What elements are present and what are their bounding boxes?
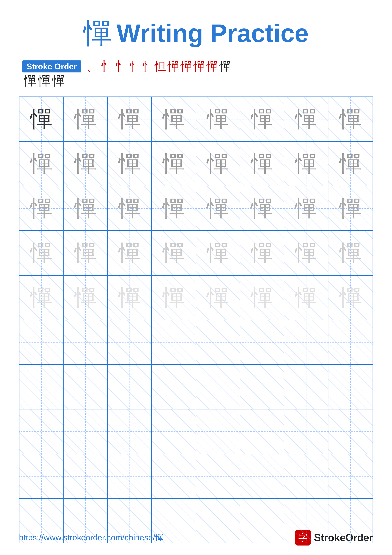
grid-cell-2-6[interactable]: 憚 <box>240 142 284 186</box>
grid-cell-5-6[interactable]: 憚 <box>240 276 284 320</box>
grid-cell-5-4[interactable]: 憚 <box>152 276 196 320</box>
grid-cell-4-2[interactable]: 憚 <box>64 231 108 275</box>
practice-char: 憚 <box>74 286 96 309</box>
practice-char: 憚 <box>163 242 185 264</box>
grid-cell-8-5[interactable] <box>196 409 240 453</box>
grid-cell-9-3[interactable] <box>108 454 152 498</box>
practice-char: 憚 <box>251 108 273 130</box>
grid-cell-4-3[interactable]: 憚 <box>108 231 152 275</box>
practice-char: 憚 <box>74 108 96 130</box>
grid-cell-9-5[interactable] <box>196 454 240 498</box>
grid-cell-6-4[interactable] <box>152 320 196 364</box>
grid-cell-6-1[interactable] <box>20 320 64 364</box>
grid-cell-1-6[interactable]: 憚 <box>240 97 284 141</box>
grid-cell-2-7[interactable]: 憚 <box>284 142 328 186</box>
grid-cell-5-7[interactable]: 憚 <box>284 276 328 320</box>
grid-cell-7-6[interactable] <box>240 365 284 409</box>
grid-cell-6-3[interactable] <box>108 320 152 364</box>
grid-cell-5-3[interactable]: 憚 <box>108 276 152 320</box>
grid-cell-5-2[interactable]: 憚 <box>64 276 108 320</box>
practice-char: 憚 <box>339 286 362 309</box>
grid-cell-6-2[interactable] <box>64 320 108 364</box>
grid-cell-8-6[interactable] <box>240 409 284 453</box>
grid-cell-9-1[interactable] <box>20 454 64 498</box>
grid-cell-10-8[interactable] <box>328 499 372 543</box>
grid-cell-4-7[interactable]: 憚 <box>284 231 328 275</box>
grid-cell-1-8[interactable]: 憚 <box>328 97 372 141</box>
grid-cell-2-1[interactable]: 憚 <box>20 142 64 186</box>
grid-cell-3-3[interactable]: 憚 <box>108 186 152 230</box>
grid-cell-10-6[interactable] <box>240 499 284 543</box>
grid-cell-9-2[interactable] <box>64 454 108 498</box>
stroke-9: 憚 <box>193 61 205 72</box>
grid-cell-1-5[interactable]: 憚 <box>196 97 240 141</box>
grid-cell-1-2[interactable]: 憚 <box>64 97 108 141</box>
grid-cell-4-4[interactable]: 憚 <box>152 231 196 275</box>
page: 憚 Writing Practice Stroke Order 、 忄 忄 忄 … <box>0 0 392 555</box>
grid-cell-5-1[interactable]: 憚 <box>20 276 64 320</box>
grid-cell-7-2[interactable] <box>64 365 108 409</box>
grid-cell-7-3[interactable] <box>108 365 152 409</box>
grid-cell-1-4[interactable]: 憚 <box>152 97 196 141</box>
grid-cell-10-7[interactable] <box>284 499 328 543</box>
grid-cell-3-8[interactable]: 憚 <box>328 186 372 230</box>
grid-cell-8-8[interactable] <box>328 409 372 453</box>
practice-char: 憚 <box>251 153 273 175</box>
grid-cell-6-6[interactable] <box>240 320 284 364</box>
grid-cell-7-8[interactable] <box>328 365 372 409</box>
grid-cell-7-1[interactable] <box>20 365 64 409</box>
grid-cell-4-6[interactable]: 憚 <box>240 231 284 275</box>
grid-cell-9-8[interactable] <box>328 454 372 498</box>
grid-cell-10-4[interactable] <box>152 499 196 543</box>
practice-char: 憚 <box>30 242 52 264</box>
grid-cell-6-7[interactable] <box>284 320 328 364</box>
grid-row-5: 憚 憚 憚 憚 憚 憚 憚 <box>20 276 372 320</box>
stroke-4: 忄 <box>129 61 140 72</box>
grid-cell-7-5[interactable] <box>196 365 240 409</box>
grid-cell-4-1[interactable]: 憚 <box>20 231 64 275</box>
grid-cell-2-4[interactable]: 憚 <box>152 142 196 186</box>
grid-cell-10-2[interactable] <box>64 499 108 543</box>
grid-cell-3-7[interactable]: 憚 <box>284 186 328 230</box>
grid-cell-4-8[interactable]: 憚 <box>328 231 372 275</box>
grid-cell-2-3[interactable]: 憚 <box>108 142 152 186</box>
grid-cell-2-5[interactable]: 憚 <box>196 142 240 186</box>
grid-cell-10-3[interactable] <box>108 499 152 543</box>
grid-cell-9-6[interactable] <box>240 454 284 498</box>
grid-cell-10-5[interactable] <box>196 499 240 543</box>
grid-cell-2-8[interactable]: 憚 <box>328 142 372 186</box>
grid-cell-3-2[interactable]: 憚 <box>64 186 108 230</box>
grid-cell-9-4[interactable] <box>152 454 196 498</box>
stroke-14: 憚 <box>52 74 65 87</box>
practice-char: 憚 <box>339 197 362 219</box>
grid-cell-6-5[interactable] <box>196 320 240 364</box>
grid-cell-6-8[interactable] <box>328 320 372 364</box>
grid-cell-1-7[interactable]: 憚 <box>284 97 328 141</box>
grid-cell-3-1[interactable]: 憚 <box>20 186 64 230</box>
practice-char: 憚 <box>30 153 52 175</box>
grid-cell-1-3[interactable]: 憚 <box>108 97 152 141</box>
grid-cell-3-4[interactable]: 憚 <box>152 186 196 230</box>
grid-cell-10-1[interactable] <box>20 499 64 543</box>
grid-cell-5-5[interactable]: 憚 <box>196 276 240 320</box>
grid-cell-8-4[interactable] <box>152 409 196 453</box>
grid-row-9 <box>20 454 372 499</box>
grid-cell-8-2[interactable] <box>64 409 108 453</box>
grid-cell-1-1[interactable]: 憚 <box>20 97 64 141</box>
grid-cell-7-4[interactable] <box>152 365 196 409</box>
grid-cell-8-7[interactable] <box>284 409 328 453</box>
practice-char: 憚 <box>295 153 317 175</box>
practice-char: 憚 <box>295 286 317 309</box>
practice-char: 憚 <box>30 108 52 130</box>
stroke-2: 忄 <box>100 60 113 73</box>
grid-cell-2-2[interactable]: 憚 <box>64 142 108 186</box>
grid-cell-3-5[interactable]: 憚 <box>196 186 240 230</box>
grid-cell-4-5[interactable]: 憚 <box>196 231 240 275</box>
grid-cell-8-1[interactable] <box>20 409 64 453</box>
practice-char: 憚 <box>339 153 362 175</box>
grid-cell-7-7[interactable] <box>284 365 328 409</box>
grid-cell-8-3[interactable] <box>108 409 152 453</box>
grid-cell-5-8[interactable]: 憚 <box>328 276 372 320</box>
grid-cell-9-7[interactable] <box>284 454 328 498</box>
grid-cell-3-6[interactable]: 憚 <box>240 186 284 230</box>
